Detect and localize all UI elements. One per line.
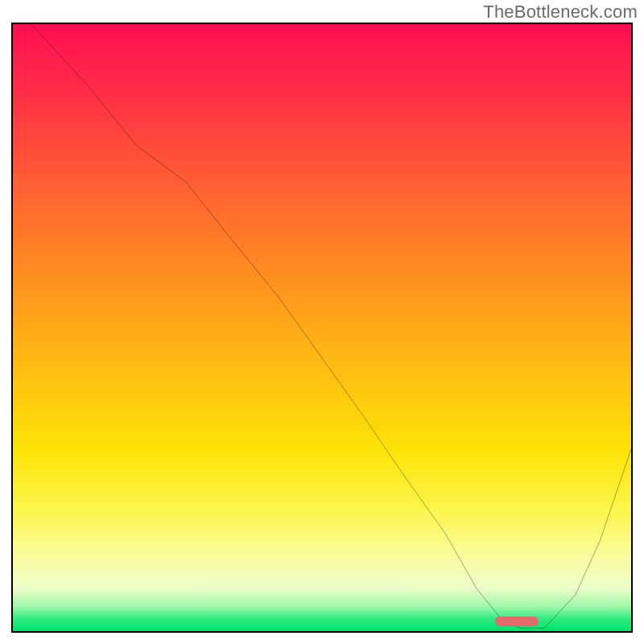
plot-frame [11, 23, 633, 633]
bottleneck-curve [13, 24, 631, 631]
system-marker [495, 617, 539, 626]
watermark-text: TheBottleneck.com [483, 2, 638, 23]
